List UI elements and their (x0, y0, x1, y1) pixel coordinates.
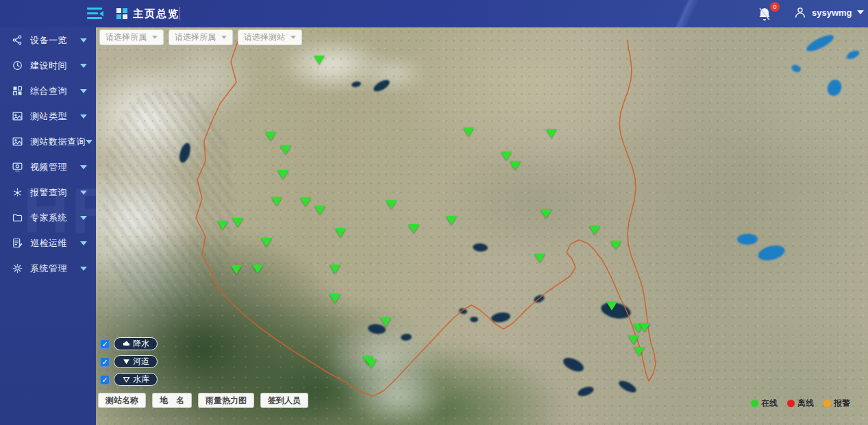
sidebar-item-10[interactable]: 系统管理 (0, 256, 96, 281)
station-marker[interactable] (280, 145, 291, 154)
chevron-down-icon (80, 267, 87, 271)
sidebar-item-label: 综合查询 (30, 85, 67, 97)
sidebar-item-label: 视频管理 (30, 161, 67, 173)
layer-pill[interactable]: 水库 (114, 373, 158, 386)
video-icon (12, 161, 23, 173)
chevron-down-icon (80, 64, 87, 68)
station-marker[interactable] (330, 265, 340, 274)
station-marker[interactable] (252, 265, 263, 274)
station-marker[interactable] (261, 238, 272, 247)
station-marker[interactable] (330, 294, 340, 303)
legend-label: 在线 (761, 398, 778, 409)
page-grid-icon (116, 8, 127, 19)
legend-dot (787, 400, 795, 407)
sidebar-item-7[interactable]: 报警查询 (0, 180, 96, 205)
station-marker[interactable] (606, 302, 617, 311)
station-marker[interactable] (265, 132, 276, 141)
chevron-down-icon (857, 10, 864, 14)
station-marker[interactable] (610, 241, 621, 250)
hamburger-menu-icon[interactable] (87, 8, 103, 20)
sidebar-item-2[interactable]: 建设时间 (0, 53, 96, 78)
station-marker[interactable] (277, 170, 288, 179)
station-marker[interactable] (380, 317, 391, 326)
map-button-2[interactable]: 地 名 (152, 393, 192, 408)
station-marker[interactable] (335, 228, 346, 237)
station-marker[interactable] (231, 265, 242, 274)
sidebar-item-9[interactable]: 巡检运维 (0, 230, 96, 256)
layer-label: 河道 (133, 356, 149, 367)
triangle-down-filled-icon (122, 357, 131, 366)
legend-label: 报警 (834, 398, 850, 409)
chevron-down-icon (80, 241, 87, 245)
sidebar-item-label: 测站类型 (30, 110, 67, 123)
sidebar-item-label: 系统管理 (30, 263, 67, 275)
layer-row-3: ✓水库 (100, 373, 158, 386)
station-marker[interactable] (463, 127, 474, 136)
layer-pill[interactable]: 河道 (114, 355, 158, 368)
filter-placeholder: 请选择测站 (244, 32, 285, 43)
chevron-down-icon (80, 165, 87, 169)
filter-placeholder: 请选择所属 (175, 32, 216, 43)
map-canvas[interactable]: 请选择所属请选择所属请选择测站 ✓降水✓河道✓水库 测站名称地 名雨量热力图签到… (96, 27, 868, 425)
station-marker[interactable] (314, 56, 325, 64)
filter-placeholder: 请选择所属 (106, 32, 147, 43)
filter-select-1[interactable]: 请选择所属 (99, 29, 164, 45)
filter-select-2[interactable]: 请选择所属 (169, 29, 233, 45)
station-marker[interactable] (386, 200, 397, 209)
status-legend: 在线离线报警 (751, 398, 850, 409)
station-marker[interactable] (589, 226, 600, 234)
sidebar-item-1[interactable]: 设备一览 (0, 27, 96, 53)
station-marker[interactable] (634, 347, 645, 356)
chevron-down-icon (80, 191, 87, 195)
filter-select-3[interactable]: 请选择测站 (238, 29, 302, 45)
station-marker[interactable] (534, 254, 545, 263)
layer-label: 水库 (133, 374, 149, 385)
chevron-down-icon (290, 36, 296, 39)
layer-pill[interactable]: 降水 (114, 337, 158, 350)
station-marker[interactable] (314, 206, 325, 215)
legend-dot (751, 400, 758, 407)
grid-icon (12, 85, 23, 97)
station-marker[interactable] (271, 197, 282, 206)
station-marker[interactable] (300, 197, 311, 206)
station-marker[interactable] (541, 209, 551, 218)
notification-badge: 0 (770, 2, 780, 12)
legend-label: 离线 (797, 398, 814, 409)
sidebar-item-6[interactable]: 视频管理 (0, 154, 96, 180)
map-button-1[interactable]: 测站名称 (98, 393, 146, 408)
station-marker[interactable] (546, 129, 557, 138)
station-marker[interactable] (628, 335, 639, 344)
chevron-down-icon (152, 36, 158, 39)
sidebar-item-5[interactable]: 测站数据查询 (0, 129, 96, 154)
sidebar-item-4[interactable]: 测站类型 (0, 104, 96, 129)
sidebar-item-8[interactable]: 专家系统 (0, 205, 96, 230)
map-button-3[interactable]: 雨量热力图 (198, 393, 254, 408)
layer-checkbox[interactable]: ✓ (100, 339, 110, 349)
station-image-icon (12, 136, 23, 147)
notification-bell-icon[interactable]: 0 (756, 4, 777, 25)
chevron-down-icon (80, 216, 87, 220)
sidebar-item-label: 设备一览 (30, 34, 67, 47)
layer-checkbox[interactable]: ✓ (100, 357, 110, 367)
page-title: 主页总览 (133, 8, 179, 21)
layer-checkbox[interactable]: ✓ (100, 375, 110, 385)
map-button-bar: 测站名称地 名雨量热力图签到人员 (98, 393, 308, 408)
layer-row-2: ✓河道 (100, 355, 158, 368)
sidebar-item-3[interactable]: 综合查询 (0, 78, 96, 104)
station-marker[interactable] (217, 221, 228, 230)
map-button-4[interactable]: 签到人员 (260, 393, 308, 408)
chevron-down-icon (80, 114, 87, 119)
user-menu[interactable]: sysywmg (793, 5, 864, 19)
station-marker[interactable] (510, 161, 521, 170)
station-marker[interactable] (366, 359, 377, 368)
station-image-icon (12, 110, 23, 122)
triangle-down-outline-icon (122, 375, 131, 384)
chevron-down-icon (86, 140, 92, 144)
station-marker[interactable] (232, 218, 243, 227)
station-marker[interactable] (446, 216, 457, 225)
station-marker[interactable] (408, 224, 419, 233)
folder-icon (12, 212, 23, 223)
station-marker[interactable] (501, 151, 512, 160)
station-marker[interactable] (639, 323, 650, 332)
chevron-down-icon (80, 89, 87, 93)
